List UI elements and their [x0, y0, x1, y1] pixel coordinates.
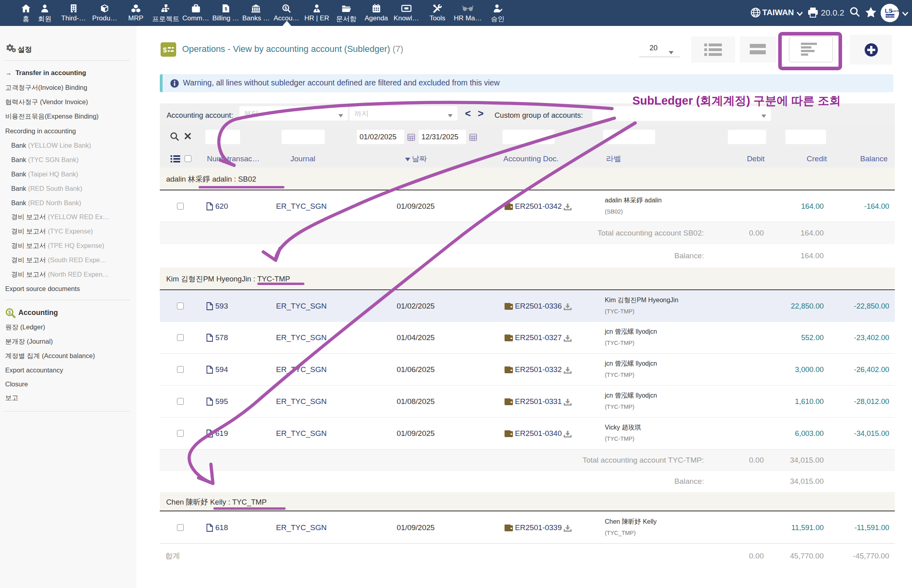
svg-text:ELECTRIC: ELECTRIC	[891, 10, 899, 12]
svg-text:$: $	[8, 310, 11, 315]
svg-text:$: $	[284, 6, 287, 10]
svg-text:$: $	[163, 46, 167, 54]
svg-text:$: $	[225, 6, 227, 11]
svg-text:TAIWAN: TAIWAN	[885, 15, 894, 17]
